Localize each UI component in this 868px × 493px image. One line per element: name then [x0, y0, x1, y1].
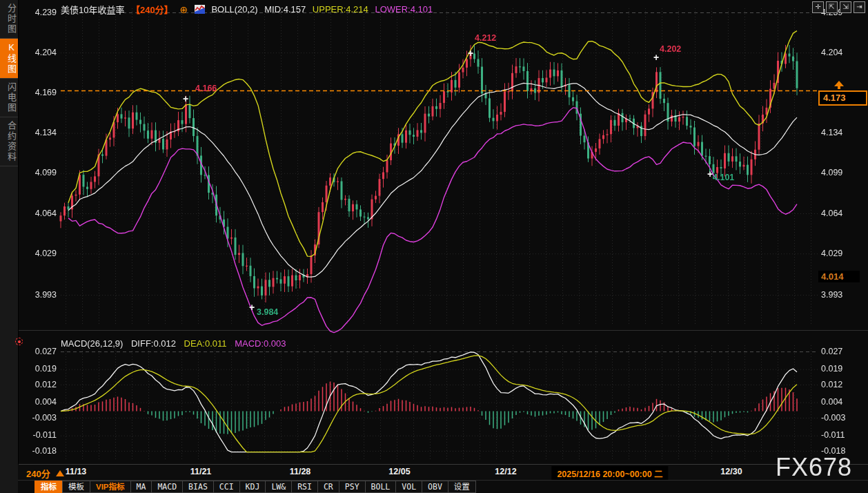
price-axis-label: 4.134 — [821, 128, 862, 138]
macd-axis-label: 0.019 — [821, 364, 862, 374]
macd-axis-label: -0.003 — [821, 413, 862, 423]
cross-marker-icon: + — [653, 54, 659, 61]
triangle-up-icon — [56, 470, 64, 476]
date-label: 12/30 — [720, 467, 742, 476]
price-axis-label: 3.993 — [821, 290, 862, 300]
date-axis: 240分 2025/12/16 20:00~00:00 二 11/1311/21… — [18, 465, 868, 480]
toolbar-item-indicator[interactable]: 指标 — [34, 481, 63, 493]
cross-marker-icon: + — [183, 95, 188, 102]
date-label: 12/05 — [388, 467, 410, 476]
macd-dea-value: DEA:0.011 — [184, 338, 227, 349]
sidebar: 分时图K线图闪电图合约资料 — [0, 0, 19, 493]
toolbar-item-lw[interactable]: LW& — [265, 481, 292, 493]
macd-axis-label: 0.012 — [25, 380, 57, 390]
macd-axis-label: -0.011 — [25, 430, 57, 441]
app-window: 分时图K线图闪电图合约资料 美债10年收益率 【240分】 ⊕ BOLL(20,… — [0, 0, 868, 493]
toolbar-item-boll[interactable]: BOLL — [365, 481, 397, 493]
toolbar-item-vol[interactable]: VOL — [395, 481, 422, 493]
indicator-toolbar: 指标模板VIP指标MAMACDBIASCCIKDJLW&RSICRPSYBOLL… — [18, 480, 868, 493]
price-annotation: 4.101 — [713, 173, 734, 182]
macd-axis-label: -0.011 — [821, 430, 862, 441]
cross-marker-icon: + — [707, 171, 713, 177]
boll-lower-value: LOWER:4.101 — [375, 4, 433, 14]
sidebar-item-contract-info[interactable]: 合约资料 — [0, 117, 18, 166]
toolbar-item-macd[interactable]: MACD — [151, 481, 183, 493]
macd-axis-label: 0.019 — [25, 364, 57, 374]
crosshair-icon: ✛ — [815, 3, 820, 10]
price-annotation: 4.166 — [195, 84, 217, 93]
price-axis-label: 4.064 — [821, 209, 862, 219]
date-label: 11/21 — [190, 467, 212, 476]
zoom-out-icon: ⇲ — [842, 3, 848, 10]
price-axis-label: 4.029 — [25, 249, 57, 259]
pan-right-icon: ⇥ — [856, 3, 862, 10]
price-axis-label: 4.029 — [821, 249, 862, 259]
toolbar-item-cr[interactable]: CR — [317, 481, 339, 493]
toolbar-item-ma[interactable]: MA — [130, 481, 152, 493]
boll-upper-value: UPPER:4.214 — [313, 4, 368, 14]
date-highlight-label: 2025/12/16 20:00~00:00 二 — [551, 466, 668, 481]
cross-marker-icon: + — [249, 304, 255, 311]
date-label: 11/13 — [66, 467, 87, 476]
macd-axis-label: -0.003 — [25, 413, 57, 423]
macd-macd-value: MACD:0.003 — [235, 338, 286, 349]
zoom-out-button[interactable]: ⇲ — [840, 1, 851, 13]
macd-axis-label: -0.018 — [25, 446, 57, 456]
chart-canvas[interactable] — [0, 0, 868, 493]
macd-diff-value: DIFF:0.012 — [131, 338, 176, 349]
chart-header: 美债10年收益率 【240分】 ⊕ BOLL(20,2) MID:4.157 U… — [61, 3, 437, 16]
macd-axis-label: 0.004 — [821, 397, 862, 407]
date-label: 12/12 — [495, 467, 516, 476]
settle-price-box: 4.014 — [818, 271, 860, 282]
toolbar-item-vip-indicator[interactable]: VIP指标 — [90, 481, 131, 493]
sidebar-item-time-chart[interactable]: 分时图 — [0, 0, 18, 39]
price-axis-label: 3.993 — [25, 290, 57, 300]
period-selector-label: 240分 — [26, 469, 50, 479]
watermark: FX678 — [776, 453, 852, 482]
current-price-box: 4.173 — [818, 90, 867, 106]
sidebar-item-kline-chart[interactable]: K线图 — [0, 39, 18, 79]
price-annotation: 4.202 — [660, 44, 681, 54]
toolbar-item-obv[interactable]: OBV — [422, 481, 448, 493]
zoom-in-button[interactable]: ⇱ — [826, 1, 838, 13]
price-axis-label: 4.204 — [25, 48, 57, 58]
price-axis-label: 4.134 — [25, 128, 57, 138]
macd-axis-label: 0.012 — [821, 380, 862, 390]
price-annotation: 4.212 — [475, 33, 496, 43]
toolbar-item-bias[interactable]: BIAS — [182, 481, 214, 493]
instrument-title: 美债10年收益率 — [61, 5, 124, 15]
price-axis-label: 4.169 — [25, 88, 57, 98]
price-axis-label: 4.064 — [25, 209, 57, 219]
period-label: 【240分】 — [131, 5, 173, 15]
price-axis-label: 4.099 — [821, 168, 862, 178]
price-axis-label: 4.099 — [25, 168, 57, 178]
toolbar-item-cci[interactable]: CCI — [213, 481, 240, 493]
price-annotation: 3.984 — [257, 307, 278, 317]
zoom-in-icon: ⇱ — [829, 3, 834, 10]
toolbar-item-kdj[interactable]: KDJ — [239, 481, 266, 493]
chart-zoom-toolbar: ✛⇱⇲⇥ — [812, 1, 865, 13]
period-selector[interactable]: 240分 — [18, 467, 64, 480]
toolbar-item-template[interactable]: 模板 — [62, 481, 90, 493]
macd-axis-label: 0.027 — [821, 347, 862, 357]
price-up-arrow-icon — [834, 81, 844, 86]
cross-marker-icon: + — [468, 50, 473, 57]
macd-header: MACD(26,12,9) DIFF:0.012 DEA:0.011 MACD:… — [61, 338, 292, 349]
toolbar-item-rsi[interactable]: RSI — [291, 481, 318, 493]
add-indicator-icon[interactable]: ⊕ — [179, 4, 188, 15]
boll-mid-value: MID:4.157 — [264, 4, 306, 14]
sidebar-item-lightning-chart[interactable]: 闪电图 — [0, 79, 18, 117]
boll-label: BOLL(20,2) — [211, 4, 257, 14]
date-label: 11/28 — [290, 467, 311, 476]
macd-axis-label: 0.004 — [25, 397, 57, 407]
macd-indicator-label: MACD(26,12,9) — [61, 338, 123, 349]
macd-axis-label: 0.027 — [25, 347, 57, 357]
price-axis-label: 4.239 — [25, 8, 57, 18]
indicator-dot-icon[interactable] — [15, 338, 23, 345]
pan-right-button[interactable]: ⇥ — [854, 1, 865, 13]
mini-chart-icon[interactable] — [195, 4, 205, 14]
toolbar-item-settings[interactable]: 设置 — [448, 481, 476, 493]
price-axis-label: 4.204 — [821, 48, 862, 58]
crosshair-button[interactable]: ✛ — [812, 1, 824, 13]
toolbar-item-psy[interactable]: PSY — [339, 481, 366, 493]
